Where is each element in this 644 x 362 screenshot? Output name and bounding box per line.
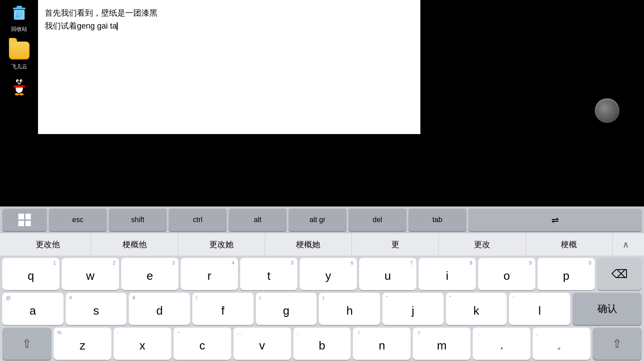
ime-suggestion-1[interactable]: 更改他	[4, 233, 91, 256]
altgr-key[interactable]: alt gr	[288, 209, 347, 231]
key-d[interactable]: ¥ d	[129, 293, 190, 325]
ctrl-key[interactable]: ctrl	[169, 209, 227, 231]
win-key[interactable]	[2, 209, 47, 231]
text-editor[interactable]: 首先我们看到，壁纸是一团漆黑 我们试着geng gai ta	[38, 0, 420, 134]
key-o[interactable]: 9 o	[478, 258, 535, 290]
key-q-number: 1	[53, 260, 56, 265]
key-t-number: 5	[291, 260, 294, 265]
key-b-symbol: 、	[297, 330, 302, 337]
key-n[interactable]: ！ n	[353, 328, 411, 360]
key-g[interactable]: ( g	[256, 293, 317, 325]
ime-suggestion-4[interactable]: 梗概她	[265, 233, 352, 256]
ime-expand-button[interactable]: ∧	[613, 239, 640, 250]
shift-left-icon: ⇧	[22, 337, 32, 351]
shift-label: shift	[131, 216, 144, 224]
key-k-letter: k	[474, 304, 479, 318]
chevron-up-icon: ∧	[623, 239, 629, 250]
ime-suggestion-2[interactable]: 梗概他	[91, 233, 178, 256]
key-s-letter: s	[93, 304, 99, 318]
text-cursor	[117, 22, 118, 30]
key-i[interactable]: 8 i	[419, 258, 476, 290]
key-e[interactable]: 3 e	[121, 258, 178, 290]
text-line2: 我们试着geng gai ta	[45, 20, 414, 33]
key-a[interactable]: @ a	[2, 293, 64, 325]
text-line1: 首先我们看到，壁纸是一团漆黑	[45, 7, 414, 20]
desktop: 回收站 飞儿云	[0, 0, 644, 362]
key-p-number: 0	[589, 260, 591, 265]
svg-point-11	[17, 81, 18, 82]
del-label: del	[373, 216, 382, 224]
enter-arrow-key[interactable]: ⇌	[468, 209, 642, 231]
key-s-symbol: #	[69, 295, 72, 300]
shift-left-key[interactable]: ⇧	[2, 328, 51, 360]
key-x-letter: x	[140, 339, 145, 353]
key-w-number: 2	[113, 260, 115, 265]
key-b[interactable]: 、 b	[293, 328, 351, 360]
key-u[interactable]: 7 u	[359, 258, 416, 290]
svg-point-8	[14, 77, 24, 86]
confirm-label: 确认	[597, 302, 617, 316]
key-p[interactable]: 0 p	[538, 258, 595, 290]
key-m-symbol: ？	[416, 330, 421, 337]
key-q[interactable]: 1 q	[2, 258, 59, 290]
keyboard-container: esc shift ctrl alt alt gr del tab ⇌	[0, 206, 644, 362]
shift-key[interactable]: shift	[109, 209, 167, 231]
key-v[interactable]: … v	[233, 328, 291, 360]
sidebar-icon-feiyun[interactable]: 飞儿云	[8, 40, 30, 71]
key-f[interactable]: / f	[192, 293, 254, 325]
key-z[interactable]: % z	[54, 328, 111, 360]
key-c-symbol: ~	[177, 330, 180, 335]
main-keyboard: 1 q 2 w 3 e 4 r 5 t	[0, 256, 644, 362]
key-s[interactable]: # s	[66, 293, 127, 325]
shift-right-icon: ⇧	[612, 337, 622, 351]
key-h[interactable]: ) h	[319, 293, 380, 325]
key-e-letter: e	[147, 269, 153, 283]
confirm-key[interactable]: 确认	[572, 293, 642, 325]
key-t[interactable]: 5 t	[240, 258, 297, 290]
key-w[interactable]: 2 w	[62, 258, 119, 290]
recycle-bin-label: 回收站	[11, 25, 27, 33]
windows-logo-icon	[18, 214, 31, 226]
ime-suggestion-7[interactable]: 梗概	[526, 233, 613, 256]
key-l[interactable]: ' l	[509, 293, 570, 325]
keyboard-row-3: ⇧ % z - x ~ c … v 、	[2, 328, 642, 360]
ime-suggestion-5[interactable]: 更	[352, 233, 439, 256]
key-x[interactable]: - x	[114, 328, 171, 360]
ime-suggestion-6[interactable]: 更改	[439, 233, 525, 256]
alt-key[interactable]: alt	[229, 209, 287, 231]
key-j[interactable]: " j	[382, 293, 444, 325]
key-o-number: 9	[529, 260, 532, 265]
del-key[interactable]: del	[348, 209, 407, 231]
svg-rect-1	[17, 6, 22, 8]
keyboard-row-1: 1 q 2 w 3 e 4 r 5 t	[2, 258, 642, 290]
sidebar-icon-recycle-bin[interactable]: 回收站	[8, 2, 30, 33]
tab-label: tab	[432, 216, 442, 224]
key-f-letter: f	[221, 304, 225, 318]
ime-suggestion-3[interactable]: 更改她	[178, 233, 265, 256]
key-a-letter: a	[30, 304, 36, 318]
key-period[interactable]: 。 。	[533, 328, 590, 360]
backspace-key[interactable]: ⌫	[597, 258, 642, 290]
key-x-symbol: -	[117, 330, 119, 335]
shift-right-key[interactable]: ⇧	[593, 328, 642, 360]
qq-icon	[8, 75, 30, 97]
key-k[interactable]: " k	[446, 293, 507, 325]
esc-key[interactable]: esc	[49, 209, 107, 231]
key-r[interactable]: 4 r	[181, 258, 238, 290]
key-m[interactable]: ？ m	[413, 328, 470, 360]
key-j-symbol: "	[386, 295, 388, 300]
key-y[interactable]: 6 y	[300, 258, 357, 290]
key-l-symbol: '	[513, 295, 513, 300]
key-c[interactable]: ~ c	[174, 328, 231, 360]
altgr-label: alt gr	[309, 216, 326, 224]
ctrl-label: ctrl	[193, 216, 202, 224]
tab-key[interactable]: tab	[408, 209, 466, 231]
circle-button[interactable]	[595, 98, 619, 123]
text-line2-content: 我们试着geng gai ta	[45, 21, 117, 30]
key-comma[interactable]: ， ，	[473, 328, 530, 360]
sidebar-icon-qq[interactable]	[8, 75, 30, 98]
key-h-symbol: )	[322, 295, 324, 300]
key-j-letter: j	[411, 304, 414, 318]
svg-rect-16	[13, 85, 25, 88]
key-g-symbol: (	[259, 295, 261, 300]
